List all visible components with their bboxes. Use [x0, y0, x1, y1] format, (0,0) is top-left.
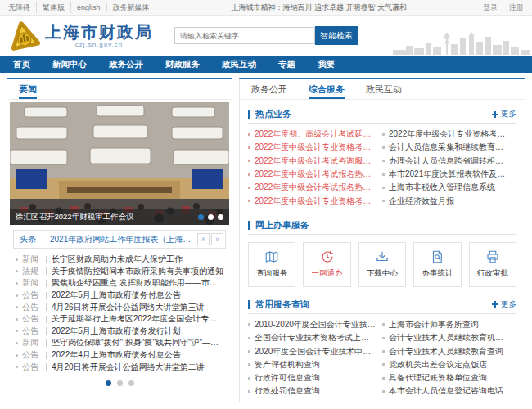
pager-dot-1[interactable]: [106, 380, 111, 386]
traditional-chinese-link[interactable]: 繁体版: [37, 2, 71, 13]
headline-next-icon[interactable]: ∨: [211, 233, 223, 245]
common-link[interactable]: 会计专业技术人员继续教育机构名单: [382, 331, 510, 344]
carousel-dot-3[interactable]: [218, 214, 223, 220]
common-link[interactable]: 资产评估机构查询: [248, 358, 376, 371]
tab-gov-disclosure[interactable]: 政务公开: [251, 79, 287, 99]
printer-icon: [485, 249, 500, 264]
nav-news-center[interactable]: 新闻中心: [52, 59, 87, 70]
hot-link[interactable]: 办理会计人员信息跨省调转相关问题的通知: [382, 155, 510, 168]
clock-icon: [320, 249, 335, 264]
pager-dot-3[interactable]: [128, 380, 134, 386]
nav-gov-disclosure[interactable]: 政务公开: [109, 59, 143, 70]
news-item[interactable]: 公告4月26日将开展会计公益网络大讲堂第三讲: [16, 301, 223, 313]
news-item[interactable]: 公告2022年5月上海市政府债务付息公告: [16, 290, 223, 302]
carousel-dot-1[interactable]: [198, 214, 204, 220]
pager-dot-2[interactable]: [117, 380, 123, 386]
utility-links: 无障碍 繁体版 english 政务新媒体: [8, 2, 156, 13]
carousel-dots: [198, 214, 223, 220]
news-item[interactable]: 公告关于延期举行上海考区2022年度全国会计专业技术初、高级资…: [16, 313, 223, 326]
news-item[interactable]: 法规关于疫情防控期间本市政府采购有关事项的通知: [16, 266, 223, 278]
common-link[interactable]: 具备代理记账资格单位查询: [382, 371, 510, 384]
common-link[interactable]: 党政机关出差会议定点饭店: [382, 358, 510, 371]
register-link[interactable]: 注册: [509, 2, 524, 13]
plus-icon: [492, 111, 498, 118]
common-link[interactable]: 2010-2020年度全国会计专业技术中级资格考试上海…: [248, 318, 376, 331]
hot-link[interactable]: 2022年度中级会计专业资格考试报名问题解答: [382, 128, 510, 141]
hot-link[interactable]: 本市2021年度决算报表软件及参数下载: [382, 168, 510, 181]
carousel-dot-2[interactable]: [208, 214, 214, 220]
plus-icon: [492, 301, 498, 308]
hot-link[interactable]: 2022年度中级会计专业资格考试报名: [248, 141, 376, 154]
nav-public-interaction[interactable]: 政民互动: [222, 59, 256, 70]
common-link[interactable]: 2020年度全国会计专业技术中级资格考试上海考区合…: [248, 344, 376, 357]
nav-i-want[interactable]: 我要: [318, 59, 335, 70]
hot-link[interactable]: 2022年度中级会计考试报名热点问答（一）: [248, 168, 376, 181]
hot-links-right: 2022年度中级会计专业资格考试报名问题解答 会计人员信息采集和继续教育热点问题…: [382, 128, 516, 208]
hot-business-section: 热点业务 更多 2022年度初、高级会计考试延期公告 2022年度中级会计专业资…: [240, 106, 525, 211]
hot-link[interactable]: 企业经济效益月报: [382, 194, 510, 207]
login-link[interactable]: 登录: [483, 2, 498, 13]
news-item[interactable]: 公告2022年4月上海市政府债务付息公告: [16, 349, 223, 362]
service-one-stop[interactable]: 一网通办: [303, 242, 350, 287]
nav-finance-services[interactable]: 财政服务: [165, 59, 200, 70]
search-button[interactable]: 智能检索: [315, 26, 358, 45]
gov-media-link[interactable]: 政务新媒体: [107, 2, 156, 13]
utility-bar: 无障碍 繁体版 english 政务新媒体 上海城市精神：海纳百川 追求卓越 开…: [0, 0, 532, 16]
common-link[interactable]: 行政许可信息查询: [248, 371, 376, 384]
online-services-title: 网上办事服务: [255, 219, 516, 231]
common-queries-more-link[interactable]: 更多: [492, 299, 516, 310]
common-queries-section: 常用服务查询 更多 2010-2020年度全国会计专业技术中级资格考试上海… 全…: [240, 296, 525, 402]
hot-link[interactable]: 2022年度初、高级会计考试延期公告: [248, 128, 376, 141]
hot-link[interactable]: 2022年度中级会计考试咨询服务点及电话: [248, 155, 376, 168]
search-input[interactable]: [174, 27, 315, 44]
carousel-caption[interactable]: 徐汇区召开2022年财税审工作会议: [16, 212, 198, 222]
hot-link[interactable]: 会计人员信息采集和继续教育热点问题问答: [382, 141, 510, 154]
hot-business-more-link[interactable]: 更多: [492, 109, 516, 119]
map-book-icon: [264, 249, 279, 264]
tab-public-interaction[interactable]: 政民互动: [366, 79, 402, 99]
headline-title[interactable]: 2021年政府网站工作年度报表（上海市财政…: [50, 234, 196, 245]
news-item[interactable]: 新闻聚焦助企纾困重点 发挥财政职能作用——市财政局全力落实"抗…: [16, 277, 223, 290]
news-item[interactable]: 公告4月20日将开展会计公益网络大讲堂第二讲: [16, 361, 223, 373]
service-download-center[interactable]: 下载中心: [358, 242, 406, 287]
hot-links-left: 2022年度初、高级会计考试延期公告 2022年度中级会计专业资格考试报名 20…: [248, 128, 382, 208]
tab-important-news[interactable]: 要闻: [19, 79, 37, 99]
common-link[interactable]: 全国会计专业技术资格考试上海考区初级资格证书领…: [248, 331, 376, 344]
common-link[interactable]: 上海市会计师事务所查询: [382, 318, 510, 331]
download-icon: [375, 249, 390, 264]
common-link[interactable]: 本市会计人员信息登记咨询电话: [382, 384, 510, 398]
common-queries-title: 常用服务查询: [255, 299, 492, 311]
site-url: czj.sh.gov.cn: [45, 41, 153, 48]
hot-link[interactable]: 2022年度中级会计考试报名热点问答（二）: [248, 181, 376, 194]
english-link[interactable]: english: [71, 3, 107, 11]
service-admin-approval[interactable]: 行政审批: [469, 242, 516, 287]
main-nav: 首页 新闻中心 政务公开 财政服务 政民互动 专题 我要: [0, 56, 532, 73]
hot-link[interactable]: 2022年度中级会计专业资格考试报名通知: [248, 194, 376, 207]
news-item[interactable]: 新闻坚守岗位保障"拨付" 投身"疫"线共同守"沪"——收付中心党支部…: [16, 337, 223, 349]
doc-search-icon: [430, 249, 444, 264]
nav-home[interactable]: 首页: [13, 59, 30, 70]
site-title: 上海市财政局: [45, 23, 153, 41]
city-motto: 上海城市精神：海纳百川 追求卓越 开明睿智 大气谦和: [156, 2, 483, 13]
nav-topics[interactable]: 专题: [278, 59, 295, 70]
city-skyline-graphic: [393, 30, 530, 55]
service-query[interactable]: 查询服务: [248, 242, 295, 287]
common-link[interactable]: 会计专业技术人员继续教育查询: [382, 344, 510, 357]
common-link[interactable]: 行政处罚信息查询: [248, 384, 376, 398]
online-services-section: 网上办事服务 查询服务 一网通办: [240, 217, 525, 290]
hot-link[interactable]: 上海市非税收入管理信息系统: [382, 181, 510, 194]
news-carousel[interactable]: 徐汇区召开2022年财税审工作会议: [10, 102, 229, 225]
headline-bar: 头条 2021年政府网站工作年度报表（上海市财政… ∧ ∨: [13, 230, 226, 249]
news-item[interactable]: 新闻长宁区财政局助力未成年人保护工作: [16, 254, 223, 266]
headline-label: 头条: [20, 234, 36, 245]
news-list: 新闻长宁区财政局助力未成年人保护工作 法规关于疫情防控期间本市政府采购有关事项的…: [7, 250, 232, 373]
accessibility-link[interactable]: 无障碍: [8, 2, 37, 13]
news-item[interactable]: 公告2022年5月上海市政府债务发行计划: [16, 326, 223, 338]
tab-comprehensive-services[interactable]: 综合服务: [309, 79, 345, 99]
common-links-left: 2010-2020年度全国会计专业技术中级资格考试上海… 全国会计专业技术资格考…: [248, 318, 382, 398]
site-header: 上海市财政局 czj.sh.gov.cn 智能检索: [0, 16, 532, 56]
bureau-logo-icon: [7, 20, 41, 52]
news-panel: 要闻: [7, 78, 232, 402]
headline-prev-icon[interactable]: ∧: [197, 233, 210, 245]
service-statistics[interactable]: 办事统计: [413, 242, 461, 287]
